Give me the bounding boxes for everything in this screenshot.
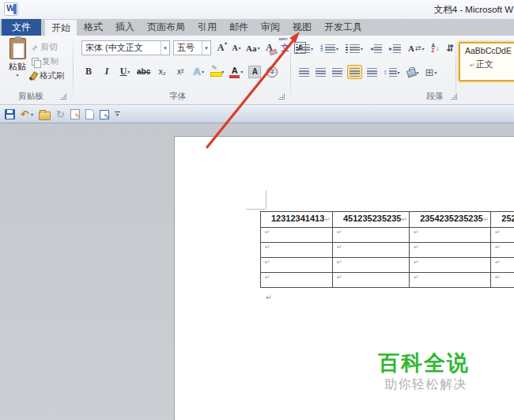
- decrease-indent-button[interactable]: ◂: [368, 41, 384, 55]
- table-header-cell[interactable]: 451235235235↵: [333, 212, 410, 228]
- table-cell[interactable]: ↵: [333, 258, 410, 273]
- tab-mailings[interactable]: 邮件: [223, 19, 255, 36]
- table-cell[interactable]: ↵: [410, 243, 491, 258]
- tab-file[interactable]: 文件: [2, 19, 41, 36]
- distribute-button[interactable]: [365, 65, 379, 79]
- table-cell[interactable]: ↵: [333, 228, 410, 243]
- customize-toolbar-button[interactable]: ▾: [115, 108, 120, 122]
- tab-review[interactable]: 审阅: [255, 19, 286, 36]
- font-size-dropdown-arrow[interactable]: [202, 41, 210, 55]
- shading-button[interactable]: ▾: [405, 65, 421, 79]
- table-header-row: 12312341413↵451235235235↵2354235235235↵2…: [261, 212, 514, 228]
- multilevel-list-button[interactable]: ▾: [344, 41, 365, 55]
- table-cell[interactable]: ↵: [261, 273, 333, 288]
- table-cell[interactable]: ↵: [410, 273, 491, 288]
- superscript-button[interactable]: x²: [174, 64, 187, 79]
- bullets-button[interactable]: ▾: [294, 41, 315, 55]
- table-cell[interactable]: ↵: [491, 258, 514, 273]
- table-header-cell[interactable]: 12312341413↵: [261, 212, 333, 228]
- document-table[interactable]: 12312341413↵451235235235↵2354235235235↵2…: [260, 211, 514, 288]
- cell-end-mark: ↵: [484, 216, 489, 223]
- undo-dropdown-arrow[interactable]: ▾: [31, 112, 33, 117]
- tab-page-layout[interactable]: 页面布局: [141, 19, 191, 36]
- tab-developer[interactable]: 开发工具: [318, 19, 368, 36]
- increase-indent-button[interactable]: ▸: [387, 41, 403, 55]
- font-color-button[interactable]: A ▾: [229, 64, 243, 79]
- table-cell[interactable]: ↵: [333, 273, 410, 288]
- justify-icon: [350, 68, 360, 77]
- word-logo-icon: W: [4, 2, 18, 16]
- character-shading-button[interactable]: A: [248, 66, 261, 78]
- subscript-button[interactable]: x₂: [156, 64, 168, 79]
- underline-button[interactable]: U ▾: [119, 64, 131, 79]
- table-row: ↵↵↵↵: [261, 243, 514, 258]
- edit-button[interactable]: [70, 108, 80, 122]
- table-header-cell[interactable]: 2354235235235↵: [410, 212, 491, 228]
- open-button[interactable]: [39, 108, 51, 122]
- bold-button[interactable]: B: [82, 64, 95, 79]
- tab-home[interactable]: 开始: [44, 19, 77, 36]
- table-header-cell[interactable]: 25235↵: [491, 212, 514, 228]
- tab-format[interactable]: 格式: [77, 19, 109, 36]
- numbering-button[interactable]: 1 2 3▾: [319, 41, 340, 55]
- cut-button[interactable]: ✂ 剪切: [32, 42, 57, 53]
- justify-button[interactable]: [347, 65, 362, 79]
- table-cell[interactable]: ↵: [491, 228, 514, 243]
- redo-icon: ↻: [56, 109, 65, 119]
- align-center-button[interactable]: [314, 65, 327, 79]
- title-bar: W 文档4 - Microsoft W: [0, 0, 514, 19]
- shrink-font-button[interactable]: A ▾: [230, 40, 243, 55]
- tab-insert[interactable]: 插入: [109, 19, 141, 36]
- cell-value: 2354235235235: [420, 214, 483, 223]
- redo-button[interactable]: ↻: [56, 108, 65, 122]
- table-cell[interactable]: ↵: [410, 228, 491, 243]
- text-effects-button[interactable]: A ▾: [192, 64, 205, 79]
- format-painter-label: 格式刷: [40, 70, 65, 81]
- highlight-button[interactable]: ▾: [210, 64, 224, 79]
- table-cell[interactable]: ↵: [261, 258, 333, 273]
- table-cell[interactable]: ↵: [261, 243, 333, 258]
- cell-end-mark: ↵: [325, 216, 331, 223]
- sort-button[interactable]: A Z ↓: [430, 41, 441, 55]
- font-name-combobox[interactable]: 宋体 (中文正文: [81, 40, 170, 55]
- margin-corner-mark: [266, 191, 266, 210]
- italic-button[interactable]: I: [100, 64, 113, 79]
- paste-dropdown-arrow[interactable]: ▾: [4, 73, 31, 78]
- format-painter-button[interactable]: 格式刷: [28, 70, 65, 81]
- table-cell[interactable]: ↵: [261, 228, 333, 243]
- clear-formatting-button[interactable]: A: [263, 40, 275, 55]
- table-cell[interactable]: ↵: [491, 273, 514, 288]
- undo-button[interactable]: ↶▾: [21, 108, 33, 122]
- copy-icon: [32, 58, 40, 66]
- font-name-dropdown-arrow[interactable]: [161, 41, 169, 55]
- line-spacing-button[interactable]: ↕ ▾: [382, 65, 402, 79]
- grow-font-button[interactable]: A ▴: [214, 40, 227, 55]
- align-left-button[interactable]: [297, 65, 311, 79]
- new-document-button[interactable]: [85, 108, 94, 122]
- align-right-button[interactable]: [331, 65, 344, 79]
- table-cell[interactable]: ↵: [410, 258, 491, 273]
- table-cell[interactable]: ↵: [333, 243, 410, 258]
- copy-button[interactable]: 复制: [32, 56, 59, 67]
- tab-view[interactable]: 视图: [286, 19, 318, 36]
- style-normal-item[interactable]: AaBbCcDdE ↵正文: [459, 42, 514, 81]
- font-size-combobox[interactable]: 五号: [173, 40, 211, 55]
- phonetic-guide-button[interactable]: wén 文: [278, 40, 291, 55]
- font-dialog-launcher[interactable]: [278, 93, 285, 100]
- strikethrough-button[interactable]: abc: [137, 64, 150, 79]
- change-case-button[interactable]: Aa ▾: [246, 40, 259, 55]
- save-button[interactable]: [5, 108, 15, 122]
- enclose-characters-button[interactable]: 字: [266, 66, 278, 78]
- asian-layout-button[interactable]: A ⇄ ▾: [406, 41, 426, 55]
- paragraph-dialog-launcher[interactable]: [451, 93, 457, 100]
- align-left-icon: [299, 68, 309, 77]
- show-marks-button[interactable]: ⇵: [444, 41, 455, 55]
- document-page[interactable]: 12312341413↵451235235235↵2354235235235↵2…: [174, 136, 514, 420]
- paste-button[interactable]: 粘贴 ▾: [4, 37, 31, 88]
- draw-table-button[interactable]: [100, 108, 109, 122]
- table-cell[interactable]: ↵: [491, 243, 514, 258]
- borders-button[interactable]: ⊞ ▾: [424, 65, 439, 79]
- tab-references[interactable]: 引用: [191, 19, 223, 36]
- align-center-icon: [316, 68, 326, 77]
- clipboard-dialog-launcher[interactable]: [60, 93, 66, 100]
